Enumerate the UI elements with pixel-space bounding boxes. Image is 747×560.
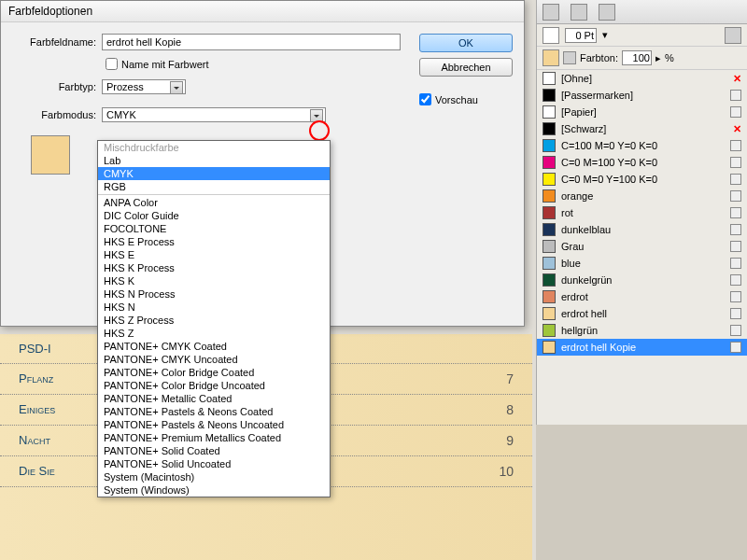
swatches-panel: ▾ Farbton: ▸ % [Ohne] ✕ [Passermarken] […: [536, 0, 747, 425]
dd-item[interactable]: PANTONE+ Color Bridge Uncoated: [98, 379, 330, 392]
color-mode-select[interactable]: CMYK: [102, 107, 326, 122]
dd-item[interactable]: PANTONE+ Metallic Coated: [98, 392, 330, 405]
swatch-color: [543, 341, 556, 354]
dd-item[interactable]: Lab: [98, 154, 330, 167]
stroke-toolbar: ▾: [537, 24, 747, 47]
swatch-name: dunkelgrün: [561, 274, 725, 286]
stroke-input[interactable]: [565, 28, 597, 43]
swatch-row[interactable]: C=0 M=0 Y=100 K=0: [537, 171, 747, 188]
swatch-list[interactable]: [Ohne] ✕ [Passermarken] [Papier] [Schwar…: [537, 70, 747, 425]
color-type-select[interactable]: Prozess: [102, 79, 186, 94]
chevron-down-icon[interactable]: [310, 109, 323, 122]
control-toolbar: [537, 0, 747, 24]
tint-unit: %: [665, 52, 674, 63]
swatch-row[interactable]: hellgrün: [537, 322, 747, 339]
swatch-row[interactable]: rot: [537, 204, 747, 221]
dd-item[interactable]: PANTONE+ Pastels & Neons Uncoated: [98, 418, 330, 431]
swatch-color: [543, 189, 556, 203]
swatch-row[interactable]: C=100 M=0 Y=0 K=0: [537, 137, 747, 154]
dd-item[interactable]: HKS Z: [98, 327, 330, 340]
swatch-row[interactable]: dunkelgrün: [537, 272, 747, 288]
color-mode-dropdown[interactable]: MischdruckfarbeLabCMYKRGBANPA ColorDIC C…: [97, 140, 331, 497]
dd-item[interactable]: CMYK: [98, 167, 330, 180]
tint-input[interactable]: [622, 50, 652, 65]
swatch-type-icon: [730, 90, 741, 101]
dd-item[interactable]: HKS Z Process: [98, 314, 330, 327]
swatch-type-icon: [730, 190, 741, 202]
dd-item[interactable]: DIC Color Guide: [98, 209, 330, 222]
fx-icon[interactable]: [725, 27, 741, 44]
swatch-row[interactable]: orange: [537, 188, 747, 204]
cancel-button[interactable]: Abbrechen: [419, 58, 513, 77]
swatch-name-input[interactable]: [102, 34, 401, 50]
dd-item[interactable]: PANTONE+ Color Bridge Coated: [98, 366, 330, 379]
fill-proxy-icon[interactable]: [543, 49, 559, 66]
swatch-row[interactable]: [Passermarken]: [537, 87, 747, 104]
swatch-row[interactable]: [Ohne] ✕: [537, 70, 747, 87]
dd-item[interactable]: HKS K Process: [98, 261, 330, 274]
grid-icon[interactable]: [599, 4, 615, 21]
dd-item[interactable]: HKS E Process: [98, 235, 330, 248]
swatch-type-icon: [730, 308, 741, 319]
dd-item[interactable]: PANTONE+ CMYK Coated: [98, 340, 330, 353]
swatch-row[interactable]: erdrot hell: [537, 305, 747, 322]
dd-item[interactable]: RGB: [98, 180, 330, 193]
swatch-name: erdrot hell Kopie: [561, 342, 725, 353]
align-icon[interactable]: [543, 4, 559, 21]
swatch-type-icon: [730, 157, 741, 168]
dd-item[interactable]: PANTONE+ Pastels & Neons Coated: [98, 405, 330, 418]
swatch-type-icon: [730, 274, 741, 286]
wrap-icon[interactable]: [571, 4, 587, 21]
swatch-name: [Schwarz]: [561, 123, 727, 134]
swatch-row[interactable]: [Schwarz] ✕: [537, 120, 747, 137]
swatch-color: [543, 307, 556, 320]
dd-item[interactable]: System (Windows): [98, 483, 330, 497]
ok-button[interactable]: OK: [419, 34, 513, 52]
swatch-name: C=100 M=0 Y=0 K=0: [561, 140, 725, 151]
swatch-row[interactable]: [Papier]: [537, 104, 747, 120]
swatch-name: hellgrün: [561, 325, 725, 336]
dd-item[interactable]: PANTONE+ Solid Uncoated: [98, 457, 330, 470]
swatch-name: rot: [561, 207, 725, 218]
type-icon[interactable]: [563, 51, 576, 64]
dd-item[interactable]: HKS N Process: [98, 287, 330, 301]
dd-item[interactable]: HKS E: [98, 248, 330, 261]
swatch-color: [543, 240, 556, 253]
dd-item[interactable]: HKS N: [98, 301, 330, 314]
dd-item[interactable]: FOCOLTONE: [98, 222, 330, 235]
stroke-icon[interactable]: [543, 27, 559, 44]
swatch-name: erdrot: [561, 291, 725, 302]
dd-item[interactable]: PANTONE+ Premium Metallics Coated: [98, 431, 330, 444]
dd-item[interactable]: PANTONE+ Solid Coated: [98, 444, 330, 457]
dialog-title: Farbfeldoptionen: [1, 1, 524, 22]
preview-checkbox[interactable]: [419, 93, 431, 105]
swatch-row[interactable]: C=0 M=100 Y=0 K=0: [537, 154, 747, 171]
swatch-type-icon: [730, 291, 741, 302]
preview-label: Vorschau: [435, 94, 478, 105]
dd-item[interactable]: System (Macintosh): [98, 470, 330, 483]
swatch-name: orange: [561, 190, 725, 202]
swatch-name: C=0 M=100 Y=0 K=0: [561, 157, 725, 168]
name-with-value-checkbox[interactable]: [106, 58, 118, 70]
swatch-type-icon: [730, 106, 741, 118]
swatch-row[interactable]: erdrot: [537, 288, 747, 305]
dd-item[interactable]: HKS K: [98, 274, 330, 287]
swatch-row[interactable]: Grau: [537, 238, 747, 255]
swatch-row[interactable]: dunkelblau: [537, 221, 747, 238]
swatch-type-icon: [730, 174, 741, 185]
tint-row: Farbton: ▸ %: [537, 47, 747, 70]
swatch-type-icon: [730, 325, 741, 336]
type-label: Farbtyp:: [12, 81, 96, 92]
swatch-color: [543, 122, 556, 135]
swatch-row[interactable]: erdrot hell Kopie: [537, 339, 747, 356]
swatch-row[interactable]: blue: [537, 255, 747, 272]
chevron-down-icon[interactable]: [170, 81, 183, 94]
swatch-name: [Passermarken]: [561, 90, 725, 101]
swatch-name: [Papier]: [561, 106, 725, 118]
swatch-type-icon: [730, 207, 741, 218]
dd-item[interactable]: PANTONE+ CMYK Uncoated: [98, 353, 330, 366]
chevron-down-icon[interactable]: ▾: [602, 29, 608, 41]
tint-arrow-icon[interactable]: ▸: [655, 52, 661, 64]
dd-item[interactable]: ANPA Color: [98, 196, 330, 209]
swatch-type-icon: [730, 224, 741, 235]
